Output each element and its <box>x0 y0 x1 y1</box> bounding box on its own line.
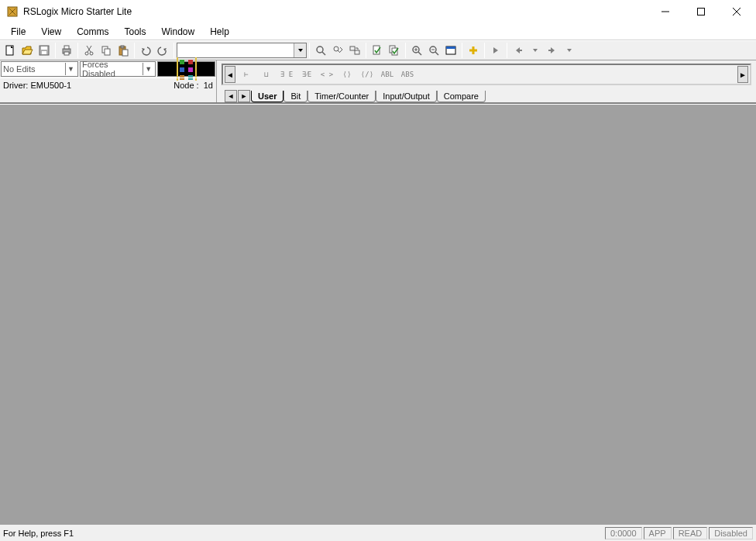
step-button[interactable] <box>487 42 504 59</box>
tab-scroll-left-button[interactable]: ◄ <box>225 90 237 102</box>
edits-state-dropdown[interactable]: No Edits ▼ <box>1 61 78 77</box>
find-button[interactable] <box>312 42 329 59</box>
svg-rect-22 <box>122 50 128 56</box>
undo-button[interactable] <box>137 42 154 59</box>
close-button[interactable] <box>719 0 754 23</box>
status-enabled: Disabled <box>709 527 753 539</box>
status-message: For Help, press F1 <box>3 529 603 538</box>
cut-button[interactable] <box>81 42 98 59</box>
menu-view[interactable]: View <box>33 25 69 39</box>
nav-forward-button[interactable] <box>544 42 561 59</box>
driver-value: EMU500-1 <box>30 81 71 90</box>
open-button[interactable] <box>19 42 36 59</box>
instruction-icon[interactable]: ABS <box>398 67 417 82</box>
verify-file-button[interactable] <box>369 42 386 59</box>
svg-line-37 <box>435 52 438 55</box>
paste-button[interactable] <box>115 42 132 59</box>
menu-tools[interactable]: Tools <box>116 25 153 39</box>
tab-input-output[interactable]: Input/Output <box>376 91 437 102</box>
main-toolbar <box>0 40 756 60</box>
tab-compare[interactable]: Compare <box>437 91 486 102</box>
instruction-icon[interactable]: < > <box>318 67 336 82</box>
find-next-button[interactable] <box>329 42 346 59</box>
zoom-in-button[interactable] <box>408 42 425 59</box>
svg-rect-12 <box>64 46 69 49</box>
node-value: 1d <box>204 81 213 90</box>
menu-file[interactable]: File <box>3 25 33 39</box>
svg-line-33 <box>418 52 421 55</box>
new-button[interactable] <box>2 42 19 59</box>
svg-line-24 <box>322 52 325 55</box>
instruction-icon[interactable]: ⊔ <box>257 67 276 82</box>
menu-bar: File View Comms Tools Window Help <box>0 23 756 40</box>
svg-rect-40 <box>446 47 455 49</box>
minimize-button[interactable] <box>648 0 683 23</box>
instruction-icon[interactable]: ⊢ <box>237 67 256 82</box>
window-controls <box>648 0 754 23</box>
svg-line-14 <box>87 46 91 52</box>
title-bar: RSLogix Micro Starter Lite <box>0 0 756 23</box>
tab-label: Bit <box>290 91 301 101</box>
nav-back-drop-button[interactable] <box>527 42 544 59</box>
status-address: 0:0000 <box>605 527 642 539</box>
tab-label: Timer/Counter <box>314 91 369 101</box>
nav-forward-drop-button[interactable] <box>561 42 578 59</box>
svg-rect-28 <box>355 50 359 54</box>
dropdown-icon: ▼ <box>143 63 153 75</box>
menu-window[interactable]: Window <box>154 25 203 39</box>
instruction-panel: ◄ ⊢ ⊔ ∃ E ∃⁄E < > ⟨⟩ ⟨/⟩ ABL ABS ► ◄ ► U… <box>217 60 756 102</box>
driver-label: Driver: <box>3 81 28 90</box>
tab-label: Compare <box>444 91 479 101</box>
window-title: RSLogix Micro Starter Lite <box>23 6 648 17</box>
instruction-icon[interactable]: ⟨/⟩ <box>358 67 376 82</box>
instruction-icon[interactable]: ⟨⟩ <box>338 67 356 82</box>
svg-rect-4 <box>698 8 705 15</box>
instruction-icon[interactable]: ∃⁄E <box>297 67 316 82</box>
tab-user[interactable]: User <box>251 91 284 102</box>
tab-label: Input/Output <box>383 91 430 101</box>
mdi-client-area <box>0 104 756 524</box>
instruction-icon[interactable]: ∃ E <box>277 67 296 82</box>
print-button[interactable] <box>58 42 75 59</box>
nav-back-button[interactable] <box>510 42 527 59</box>
tab-scroll-right-button[interactable]: ► <box>238 90 250 102</box>
secondary-toolbar-row: OFFLINE ▼ No Forces ▼ <box>0 60 756 104</box>
driver-status-row: Driver: EMU500-1 Node : 1d <box>0 78 216 91</box>
svg-rect-19 <box>105 49 110 55</box>
svg-rect-13 <box>64 52 69 55</box>
new-rung-button[interactable] <box>465 42 482 59</box>
svg-point-23 <box>317 47 323 53</box>
node-info: Node : 1d <box>174 81 213 90</box>
edits-state-value: No Edits <box>3 64 36 74</box>
scroll-right-button[interactable]: ► <box>737 66 748 83</box>
instruction-toolbar: ◄ ⊢ ⊔ ∃ E ∃⁄E < > ⟨⟩ ⟨/⟩ ABL ABS ► <box>222 64 751 85</box>
svg-point-16 <box>85 52 88 55</box>
zoom-out-button[interactable] <box>425 42 442 59</box>
scroll-left-button[interactable]: ◄ <box>225 66 235 83</box>
tab-timer-counter[interactable]: Timer/Counter <box>308 91 376 102</box>
copy-button[interactable] <box>98 42 115 59</box>
instruction-icon[interactable]: ABL <box>378 67 397 82</box>
maximize-button[interactable] <box>683 0 719 23</box>
dropdown-icon[interactable] <box>294 43 306 57</box>
status-panel: OFFLINE ▼ No Forces ▼ <box>0 60 217 102</box>
tab-bit[interactable]: Bit <box>284 91 308 102</box>
redo-button[interactable] <box>154 42 171 59</box>
instruction-tabs: ◄ ► User Bit Timer/Counter Input/Output … <box>222 87 751 102</box>
status-bar: For Help, press F1 0:0000 APP READ Disab… <box>0 524 756 541</box>
verify-project-button[interactable] <box>386 42 403 59</box>
menu-comms[interactable]: Comms <box>69 25 116 39</box>
svg-rect-21 <box>121 46 124 48</box>
node-label: Node : <box>174 81 198 90</box>
forces-enabled-dropdown[interactable]: Forces Disabled ▼ <box>80 61 156 77</box>
save-button[interactable] <box>36 42 53 59</box>
replace-button[interactable] <box>346 42 363 59</box>
status-mode: APP <box>644 527 672 539</box>
toggle-window-button[interactable] <box>442 42 459 59</box>
menu-help[interactable]: Help <box>202 25 237 39</box>
svg-point-17 <box>90 52 93 55</box>
forces-enabled-value: Forces Disabled <box>82 60 143 78</box>
svg-rect-10 <box>42 51 46 54</box>
status-rw: READ <box>673 527 708 539</box>
dropdown-icon: ▼ <box>65 63 76 75</box>
